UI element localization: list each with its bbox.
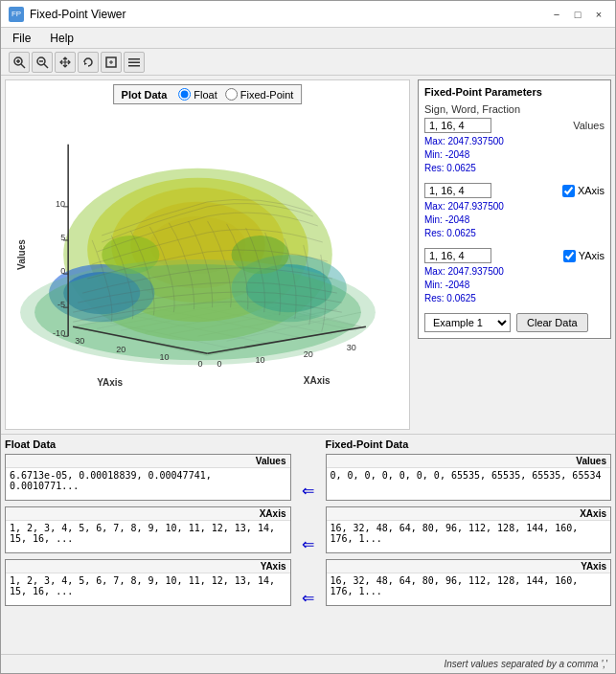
status-bar: Insert values separated by a comma ',' <box>1 654 615 673</box>
example-controls: Example 1 Example 2 Example 3 Clear Data <box>424 313 605 332</box>
app-icon: FP <box>9 7 24 22</box>
fp-res-0: Res: 0.0625 <box>424 162 605 175</box>
float-data-title: Float Data <box>5 438 291 450</box>
zoom-out-button[interactable] <box>32 52 53 73</box>
fp-min-2: Min: -2048 <box>424 279 605 292</box>
clear-data-button[interactable]: Clear Data <box>516 313 588 332</box>
svg-text:30: 30 <box>75 336 84 346</box>
float-xaxis-section: XAxis 1, 2, 3, 4, 5, 6, 7, 8, 9, 10, 11,… <box>5 506 291 553</box>
fp-radio[interactable] <box>225 88 238 101</box>
title-bar: FP Fixed-Point Viewer − □ × <box>1 1 615 28</box>
arrow-column: ⇐ ⇐ ⇐ <box>295 435 322 654</box>
left-panel: Plot Data Float Fixed-Point <box>1 76 414 434</box>
status-text: Insert values separated by a comma ',' <box>444 659 607 669</box>
maximize-button[interactable]: □ <box>569 7 586 22</box>
options-button[interactable] <box>124 52 145 73</box>
pan-button[interactable] <box>55 52 76 73</box>
float-data-panel: Float Data Values 6.6713e-05, 0.00018839… <box>1 435 295 654</box>
float-radio-label[interactable]: Float <box>178 88 217 101</box>
svg-text:YAxis: YAxis <box>97 377 123 388</box>
fp-xaxis-checkbox-label[interactable]: XAxis <box>562 185 605 197</box>
menu-bar: File Help <box>1 28 615 49</box>
fp-radio-label[interactable]: Fixed-Point <box>225 88 294 101</box>
fp-input-values[interactable] <box>424 118 491 133</box>
fp-yaxis-label: YAxis <box>579 250 605 261</box>
fp-input-xaxis[interactable] <box>424 183 491 198</box>
svg-line-1 <box>21 64 25 68</box>
svg-rect-13 <box>128 65 140 67</box>
title-bar-left: FP Fixed-Point Viewer <box>9 7 126 22</box>
fp-xaxis-checkbox[interactable] <box>562 185 575 197</box>
svg-text:0: 0 <box>217 359 222 369</box>
plot-controls: Plot Data Float Fixed-Point <box>113 84 303 104</box>
fit-icon <box>104 56 118 69</box>
rotate-icon <box>81 56 95 69</box>
float-yaxis-input[interactable]: 1, 2, 3, 4, 5, 6, 7, 8, 9, 10, 11, 12, 1… <box>6 573 290 602</box>
window-title: Fixed-Point Viewer <box>30 8 126 21</box>
minimize-button[interactable]: − <box>548 7 565 22</box>
fp-params-panel: Fixed-Point Parameters Sign, Word, Fract… <box>418 79 611 339</box>
pan-icon <box>58 56 72 69</box>
fp-data-title: Fixed-Point Data <box>326 438 612 450</box>
fp-label: Fixed-Point <box>240 89 294 101</box>
fit-button[interactable] <box>101 52 122 73</box>
fp-xaxis-section: XAxis 16, 32, 48, 64, 80, 96, 112, 128, … <box>326 506 612 553</box>
fp-row-xaxis: XAxis Max: 2047.937500 Min: -2048 Res: 0… <box>424 183 605 240</box>
zoom-in-icon <box>12 56 26 69</box>
fp-values-stats-2: Max: 2047.937500 Min: -2048 Res: 0.0625 <box>424 265 605 305</box>
float-values-input[interactable]: 6.6713e-05, 0.00018839, 0.00047741, 0.00… <box>6 468 290 497</box>
bottom-section: Float Data Values 6.6713e-05, 0.00018839… <box>1 434 615 654</box>
fp-max-2: Max: 2047.937500 <box>424 265 605 279</box>
fp-values-stats-1: Max: 2047.937500 Min: -2048 Res: 0.0625 <box>424 200 605 240</box>
arrow-values-button[interactable]: ⇐ <box>302 482 314 500</box>
fp-values-stats-0: Max: 2047.937500 Min: -2048 Res: 0.0625 <box>424 135 605 175</box>
fp-xaxis-label: XAxis <box>578 185 605 196</box>
toolbar <box>1 49 615 76</box>
svg-text:Values: Values <box>16 239 27 270</box>
float-xaxis-input[interactable]: 1, 2, 3, 4, 5, 6, 7, 8, 9, 10, 11, 12, 1… <box>6 521 290 550</box>
svg-marker-7 <box>84 62 87 65</box>
window-controls: − □ × <box>548 7 607 22</box>
fp-values-header: Values <box>327 455 611 468</box>
fp-values-label: Values <box>573 120 605 131</box>
close-button[interactable]: × <box>590 7 607 22</box>
arrow-xaxis-button[interactable]: ⇐ <box>302 535 314 553</box>
menu-file[interactable]: File <box>9 31 34 46</box>
arrow-yaxis-button[interactable]: ⇐ <box>302 589 314 607</box>
fp-res-1: Res: 0.0625 <box>424 227 605 240</box>
example-select[interactable]: Example 1 Example 2 Example 3 <box>424 313 511 332</box>
right-panel: Fixed-Point Parameters Sign, Word, Fract… <box>414 76 615 434</box>
fp-xaxis-header: XAxis <box>327 507 611 521</box>
fp-yaxis-checkbox-label[interactable]: YAxis <box>563 250 605 262</box>
fp-values-input[interactable]: 0, 0, 0, 0, 0, 0, 0, 65535, 65535, 65535… <box>327 468 611 497</box>
svg-text:30: 30 <box>347 343 356 352</box>
fp-yaxis-header: YAxis <box>327 560 611 573</box>
main-content: Plot Data Float Fixed-Point <box>1 76 615 434</box>
fp-yaxis-section: YAxis 16, 32, 48, 64, 80, 96, 112, 128, … <box>326 559 612 606</box>
svg-rect-12 <box>128 61 140 63</box>
svg-line-5 <box>44 64 48 68</box>
svg-text:20: 20 <box>116 345 125 354</box>
fp-row-values: Values Max: 2047.937500 Min: -2048 Res: … <box>424 118 605 175</box>
float-values-header: Values <box>6 455 290 468</box>
menu-help[interactable]: Help <box>46 31 78 46</box>
float-xaxis-header: XAxis <box>6 507 290 521</box>
svg-text:0: 0 <box>197 359 202 369</box>
float-radio[interactable] <box>178 88 191 101</box>
fp-data-panel: Fixed-Point Data Values 0, 0, 0, 0, 0, 0… <box>322 435 616 654</box>
zoom-in-button[interactable] <box>9 52 30 73</box>
svg-rect-11 <box>128 58 140 60</box>
fp-input-yaxis[interactable] <box>424 248 491 263</box>
fp-max-1: Max: 2047.937500 <box>424 200 605 213</box>
fp-yaxis-input[interactable]: 16, 32, 48, 64, 80, 96, 112, 128, 144, 1… <box>327 573 611 602</box>
plot-svg: -10 -5 0 5 10 Values 0 10 20 30 XAxis 0 <box>6 80 409 429</box>
fp-yaxis-checkbox[interactable] <box>563 250 576 262</box>
fp-row-yaxis-header: YAxis <box>424 248 605 263</box>
float-yaxis-section: YAxis 1, 2, 3, 4, 5, 6, 7, 8, 9, 10, 11,… <box>5 559 291 606</box>
fp-params-title: Fixed-Point Parameters <box>424 86 605 98</box>
fp-row-yaxis: YAxis Max: 2047.937500 Min: -2048 Res: 0… <box>424 248 605 305</box>
fp-max-0: Max: 2047.937500 <box>424 135 605 148</box>
fp-xaxis-input[interactable]: 16, 32, 48, 64, 80, 96, 112, 128, 144, 1… <box>327 521 611 550</box>
svg-text:10: 10 <box>256 355 265 365</box>
rotate-button[interactable] <box>78 52 99 73</box>
